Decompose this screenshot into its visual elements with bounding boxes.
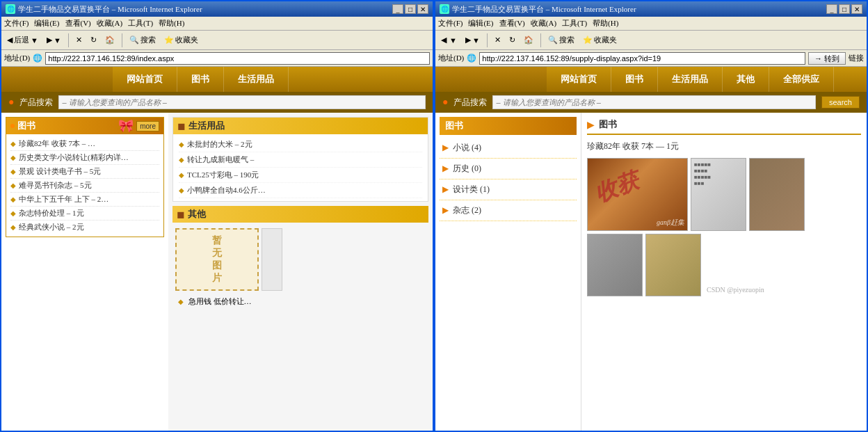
maximize-btn-2[interactable]: □ <box>839 4 850 14</box>
nav-life-1[interactable]: 生活用品 <box>224 67 289 92</box>
page-content-2: 网站首页 图书 生活用品 其他 全部供应 ● 产品搜索 search 图书 ▶ <box>435 67 867 431</box>
favorites-btn-1[interactable]: ⭐ 收藏夹 <box>161 33 201 47</box>
menu-edit-1[interactable]: 编辑(E) <box>34 18 59 29</box>
other-section-1: ◼ 其他 暂 无 图 片 ◆ 急用钱 低价转让… <box>172 206 428 310</box>
menu-help-1[interactable]: 帮助(H) <box>159 18 184 29</box>
cat-section-header: 图书 <box>440 117 577 135</box>
book-item-5[interactable]: ◆ 中华上下五千年 上下 – 2… <box>10 193 159 207</box>
life-item-3[interactable]: ◆ TCL25寸彩电 – 190元 <box>179 168 422 183</box>
cat-arrow-4: ▶ <box>442 205 449 216</box>
life-bullet-2: ◆ <box>179 156 184 163</box>
nav-books-2[interactable]: 图书 <box>611 67 658 92</box>
category-panel: 图书 ▶ 小说 (4) ▶ 历史 (0) ▶ 设计类 (1) ▶ <box>435 113 581 431</box>
maximize-btn-1[interactable]: □ <box>405 4 416 14</box>
placeholder-image-1: 暂 无 图 片 <box>175 228 259 291</box>
minimize-btn-2[interactable]: _ <box>826 4 837 14</box>
book-item-7[interactable]: ◆ 经典武侠小说 – 2元 <box>10 221 159 234</box>
menu-view-2[interactable]: 查看(V) <box>499 18 525 29</box>
product-header: ▶ 图书 <box>587 118 861 135</box>
nav-all-2[interactable]: 全部供应 <box>769 67 834 92</box>
menu-edit-2[interactable]: 编辑(E) <box>468 18 493 29</box>
close-btn-2[interactable]: ✕ <box>851 4 862 14</box>
product-subtitle: 珍藏82年 收获 7本 — 1元 <box>587 141 861 152</box>
other-item-1[interactable]: ◆ 急用钱 低价转让… <box>172 294 428 310</box>
win2-main: 图书 ▶ 小说 (4) ▶ 历史 (0) ▶ 设计类 (1) ▶ <box>435 113 867 431</box>
browser-icon-1: 🌐 <box>6 4 15 14</box>
menu-favs-2[interactable]: 收藏(A) <box>531 18 556 29</box>
book-item-2[interactable]: ◆ 历史类文学小说转让(精彩内详… <box>10 151 159 165</box>
star-icon-1: ⭐ <box>164 35 174 45</box>
bullet-1: ◆ <box>10 140 16 147</box>
sep-2 <box>122 33 122 47</box>
book-image-2: ■■■■■■■■■■■■■■■■■ <box>691 158 746 231</box>
address-input-1[interactable] <box>45 52 430 65</box>
life-item-1[interactable]: ◆ 未批封的大米 – 2元 <box>179 137 422 152</box>
home-btn-1[interactable]: 🏠 <box>102 34 118 46</box>
sep-4 <box>540 33 541 47</box>
page-content-1: 网站首页 图书 生活用品 ● 产品搜索 图书 <box>1 67 433 431</box>
back-icon-2: ◀ <box>441 35 447 45</box>
other-title-1: 其他 <box>188 208 206 221</box>
book-item-4[interactable]: ◆ 难寻觅书刊杂志 – 5元 <box>10 179 159 193</box>
forward-btn-1[interactable]: ▶ ▼ <box>44 34 64 46</box>
stop-btn-2[interactable]: ✕ <box>492 34 504 46</box>
search-button-2[interactable]: search <box>821 96 860 109</box>
menu-favs-1[interactable]: 收藏(A) <box>97 18 122 29</box>
book-item-6[interactable]: ◆ 杂志特价处理 – 1元 <box>10 207 159 221</box>
bullet-4: ◆ <box>10 182 16 189</box>
back-btn-2[interactable]: ◀ ▼ <box>438 34 460 46</box>
menu-tools-2[interactable]: 工具(T) <box>562 18 587 29</box>
go-button-2[interactable]: → 转到 <box>808 52 846 65</box>
menu-help-2[interactable]: 帮助(H) <box>593 18 618 29</box>
book-item-1[interactable]: ◆ 珍藏82年 收获 7本 – … <box>10 137 159 151</box>
forward-icon-1: ▶ <box>47 35 52 45</box>
nav-home-1[interactable]: 网站首页 <box>113 67 177 92</box>
cat-item-history[interactable]: ▶ 历史 (0) <box>440 159 577 179</box>
life-icon-1: ◼ <box>177 120 186 132</box>
search-bar-2: ● 产品搜索 search <box>435 92 867 113</box>
refresh-btn-1[interactable]: ↻ <box>88 34 99 46</box>
forward-btn-2[interactable]: ▶ ▼ <box>463 34 483 46</box>
address-input-2[interactable] <box>479 52 805 65</box>
globe-icon-2: 🌐 <box>467 54 476 63</box>
minimize-btn-1[interactable]: _ <box>392 4 403 14</box>
menu-view-1[interactable]: 查看(V) <box>65 18 91 29</box>
nav-life-2[interactable]: 生活用品 <box>658 67 723 92</box>
favorites-btn-2[interactable]: ⭐ 收藏夹 <box>580 33 620 47</box>
refresh-btn-2[interactable]: ↻ <box>506 34 518 46</box>
life-bullet-1: ◆ <box>179 141 184 148</box>
cat-item-novels[interactable]: ▶ 小说 (4) <box>440 138 577 159</box>
life-item-2[interactable]: ◆ 转让九成新电暖气 – <box>179 152 422 168</box>
cat-item-magazine[interactable]: ▶ 杂志 (2) <box>440 200 577 221</box>
right-panel-1: ◼ 生活用品 ◆ 未批封的大米 – 2元 ◆ 转让九成新电暖气 – <box>168 113 433 431</box>
browser-window-2: 🌐 学生二手物品交易置换平台 – Microsoft Internet Expl… <box>434 0 868 432</box>
life-item-4[interactable]: ◆ 小鸭牌全自动4.6公斤… <box>179 183 422 198</box>
back-btn-1[interactable]: ◀ 后退 ▼ <box>4 33 41 47</box>
book-item-3[interactable]: ◆ 景观 设计类电子书 – 5元 <box>10 165 159 179</box>
search-icon-1: 🔍 <box>129 35 139 45</box>
nav-other-2[interactable]: 其他 <box>723 67 769 92</box>
search-input-1[interactable] <box>58 95 426 109</box>
cat-item-design[interactable]: ▶ 设计类 (1) <box>440 179 577 200</box>
menu-file-1[interactable]: 文件(F) <box>4 18 29 29</box>
search-btn-1[interactable]: 🔍 搜索 <box>127 33 159 47</box>
search-input-2[interactable] <box>492 95 816 109</box>
home-btn-2[interactable]: 🏠 <box>521 34 536 46</box>
address-bar-1: 地址(D) 🌐 <box>1 50 433 67</box>
menu-file-2[interactable]: 文件(F) <box>438 18 463 29</box>
more-button-1[interactable]: more <box>136 121 159 131</box>
stop-btn-1[interactable]: ✕ <box>73 34 85 46</box>
other-header-1: ◼ 其他 <box>172 206 428 223</box>
search-label-2: 产品搜索 <box>453 97 487 109</box>
book-image-main: 收获 ganβ赶集 <box>587 158 688 231</box>
close-btn-1[interactable]: ✕ <box>417 4 428 14</box>
site-nav-1: 网站首页 图书 生活用品 <box>1 67 433 92</box>
life-header-1: ◼ 生活用品 <box>173 118 428 134</box>
nav-home-2[interactable]: 网站首页 <box>547 67 611 92</box>
bullet-7: ◆ <box>10 223 16 231</box>
window-title-1: 学生二手物品交易置换平台 – Microsoft Internet Explor… <box>18 4 202 15</box>
search-btn-2[interactable]: 🔍 搜索 <box>545 33 577 47</box>
nav-books-1[interactable]: 图书 <box>177 67 224 92</box>
main-area-1: 图书 🎀 more ◆ 珍藏82年 收获 7本 – … <box>1 113 433 431</box>
menu-tools-1[interactable]: 工具(T) <box>128 18 153 29</box>
